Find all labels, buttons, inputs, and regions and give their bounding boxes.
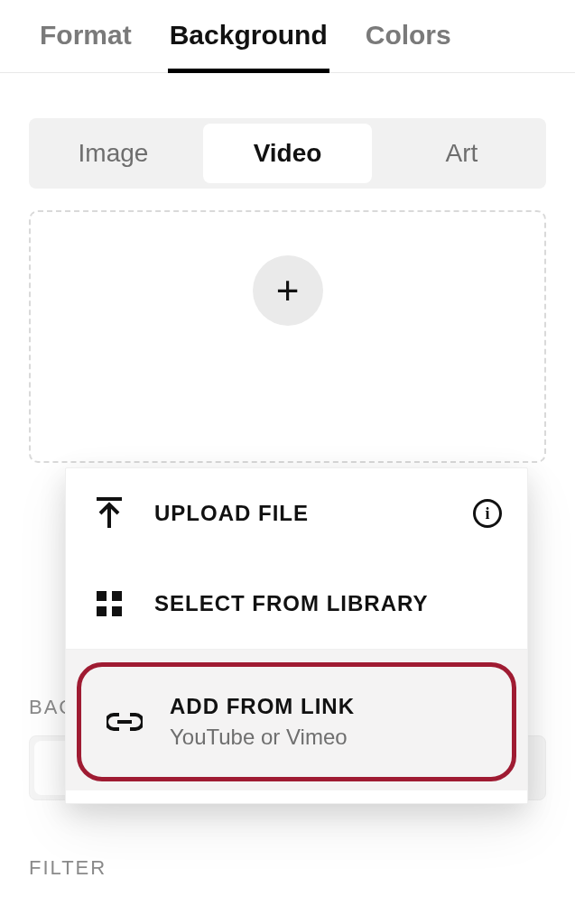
tab-format[interactable]: Format xyxy=(40,20,132,72)
segment-video[interactable]: Video xyxy=(203,124,372,183)
menu-select-library-label: SELECT FROM LIBRARY xyxy=(154,591,502,616)
upload-icon xyxy=(91,495,127,531)
menu-add-from-link-label: ADD FROM LINK xyxy=(170,694,487,719)
media-type-segmented: Image Video Art xyxy=(29,118,546,189)
menu-select-library[interactable]: SELECT FROM LIBRARY xyxy=(66,559,527,650)
popover-bottom-strip xyxy=(66,790,527,803)
svg-rect-2 xyxy=(97,591,107,601)
menu-upload-file[interactable]: UPLOAD FILE i xyxy=(66,468,527,559)
svg-rect-4 xyxy=(97,606,107,616)
tab-colors[interactable]: Colors xyxy=(366,20,451,72)
svg-rect-5 xyxy=(112,606,122,616)
svg-rect-3 xyxy=(112,591,122,601)
library-icon xyxy=(91,586,127,622)
plus-icon: + xyxy=(276,271,300,310)
primary-tabs: Format Background Colors xyxy=(0,0,575,73)
add-video-button[interactable]: + xyxy=(253,255,323,326)
menu-upload-file-label: UPLOAD FILE xyxy=(154,501,446,526)
tab-background[interactable]: Background xyxy=(170,20,328,72)
add-video-popover: UPLOAD FILE i SELECT FROM LIBRARY xyxy=(65,467,528,804)
info-icon[interactable]: i xyxy=(473,499,502,528)
filter-heading: FILTER xyxy=(29,856,546,880)
menu-add-from-link-sub: YouTube or Vimeo xyxy=(170,725,487,750)
video-dropzone[interactable]: + xyxy=(29,210,546,463)
segment-art[interactable]: Art xyxy=(377,118,546,189)
link-icon xyxy=(107,704,143,740)
menu-add-from-link[interactable]: ADD FROM LINK YouTube or Vimeo xyxy=(77,662,516,781)
menu-group-link: ADD FROM LINK YouTube or Vimeo xyxy=(66,650,527,803)
segment-image[interactable]: Image xyxy=(29,118,198,189)
